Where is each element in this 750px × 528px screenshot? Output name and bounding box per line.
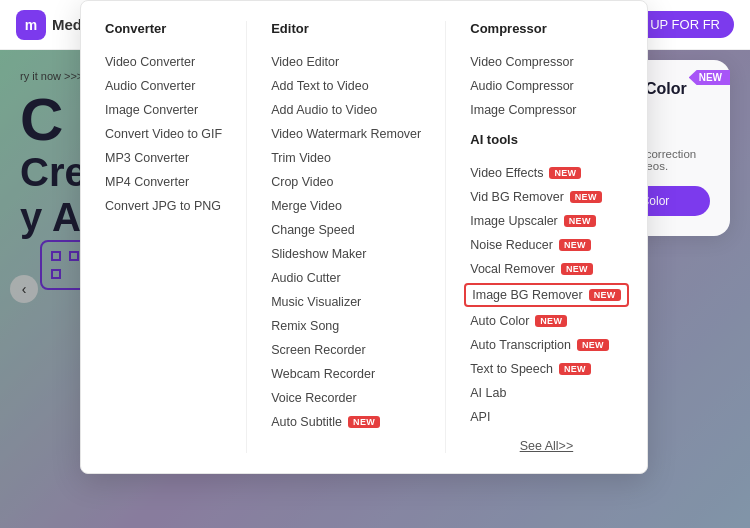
menu-item-video-editor[interactable]: Video Editor — [271, 50, 421, 74]
menu-item-ai-lab[interactable]: AI Lab — [470, 381, 622, 405]
menu-item-screen-recorder[interactable]: Screen Recorder — [271, 338, 421, 362]
see-all-link[interactable]: See All>> — [470, 439, 622, 453]
menu-item-change-speed[interactable]: Change Speed — [271, 218, 421, 242]
new-badge: NEW — [589, 289, 621, 301]
menu-item-remix-song[interactable]: Remix Song — [271, 314, 421, 338]
menu-item-add-text-video[interactable]: Add Text to Video — [271, 74, 421, 98]
menu-item-auto-transcription[interactable]: Auto Transcription NEW — [470, 333, 622, 357]
menu-item-mp4-converter[interactable]: MP4 Converter — [105, 170, 222, 194]
menu-item-audio-compressor[interactable]: Audio Compressor — [470, 74, 622, 98]
menu-item-image-compressor[interactable]: Image Compressor — [470, 98, 622, 122]
menu-item-video-compressor[interactable]: Video Compressor — [470, 50, 622, 74]
menu-item-jpg-to-png[interactable]: Convert JPG to PNG — [105, 194, 222, 218]
new-badge: NEW — [559, 239, 591, 251]
new-badge: NEW — [564, 215, 596, 227]
menu-item-image-converter[interactable]: Image Converter — [105, 98, 222, 122]
menu-item-mp3-converter[interactable]: MP3 Converter — [105, 146, 222, 170]
dropdown-menu: Converter Video Converter Audio Converte… — [80, 0, 648, 474]
menu-item-audio-cutter[interactable]: Audio Cutter — [271, 266, 421, 290]
menu-item-webcam-recorder[interactable]: Webcam Recorder — [271, 362, 421, 386]
menu-item-audio-converter[interactable]: Audio Converter — [105, 74, 222, 98]
new-badge: NEW — [535, 315, 567, 327]
menu-item-video-converter[interactable]: Video Converter — [105, 50, 222, 74]
menu-item-slideshow[interactable]: Slideshow Maker — [271, 242, 421, 266]
new-badge: NEW — [348, 416, 380, 428]
compressor-title: Compressor — [470, 21, 622, 40]
menu-item-crop-video[interactable]: Crop Video — [271, 170, 421, 194]
editor-column: Editor Video Editor Add Text to Video Ad… — [247, 21, 446, 453]
menu-item-voice-recorder[interactable]: Voice Recorder — [271, 386, 421, 410]
converter-title: Converter — [105, 21, 222, 40]
menu-item-vocal-remover[interactable]: Vocal Remover NEW — [470, 257, 622, 281]
menu-item-noise-reducer[interactable]: Noise Reducer NEW — [470, 233, 622, 257]
menu-item-image-bg-remover[interactable]: Image BG Remover NEW — [464, 283, 628, 307]
new-badge: NEW — [577, 339, 609, 351]
new-badge: NEW — [570, 191, 602, 203]
menu-item-video-to-gif[interactable]: Convert Video to GIF — [105, 122, 222, 146]
logo-icon: m — [16, 10, 46, 40]
menu-item-text-to-speech[interactable]: Text to Speech NEW — [470, 357, 622, 381]
menu-item-image-upscaler[interactable]: Image Upscaler NEW — [470, 209, 622, 233]
menu-item-video-effects[interactable]: Video Effects NEW — [470, 161, 622, 185]
editor-title: Editor — [271, 21, 421, 40]
menu-item-api[interactable]: API — [470, 405, 622, 429]
menu-item-add-audio-video[interactable]: Add Audio to Video — [271, 98, 421, 122]
new-badge: NEW — [561, 263, 593, 275]
new-badge: NEW — [549, 167, 581, 179]
menu-item-auto-color[interactable]: Auto Color NEW — [470, 309, 622, 333]
menu-item-watermark-remover[interactable]: Video Watermark Remover — [271, 122, 421, 146]
menu-item-auto-subtitle[interactable]: Auto Subtitle NEW — [271, 410, 421, 434]
new-badge: NEW — [559, 363, 591, 375]
menu-item-vid-bg-remover[interactable]: Vid BG Remover NEW — [470, 185, 622, 209]
compressor-column: Compressor Video Compressor Audio Compre… — [446, 21, 646, 453]
new-badge-corner: NEW — [689, 70, 730, 85]
ai-tools-title: AI tools — [470, 132, 622, 151]
menu-item-music-visualizer[interactable]: Music Visualizer — [271, 290, 421, 314]
menu-item-trim-video[interactable]: Trim Video — [271, 146, 421, 170]
menu-item-merge-video[interactable]: Merge Video — [271, 194, 421, 218]
converter-column: Converter Video Converter Audio Converte… — [81, 21, 247, 453]
